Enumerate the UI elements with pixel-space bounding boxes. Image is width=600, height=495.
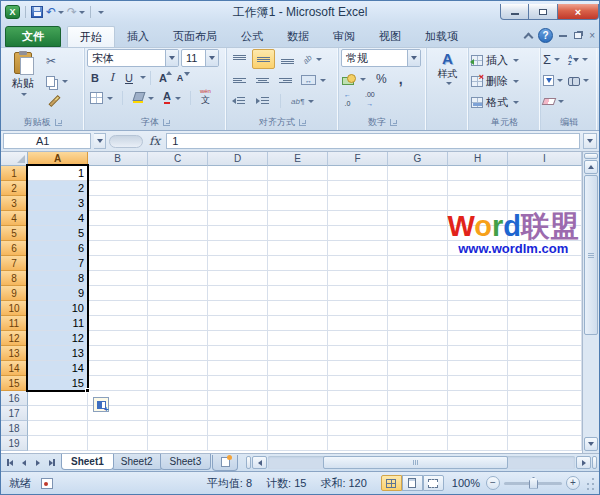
cell-B13[interactable] xyxy=(88,346,148,361)
column-header-A[interactable]: A xyxy=(28,152,88,166)
save-icon[interactable] xyxy=(31,6,43,18)
cell-H12[interactable] xyxy=(448,331,508,346)
cell-D8[interactable] xyxy=(208,271,268,286)
cell-C5[interactable] xyxy=(148,226,208,241)
zoom-slider-thumb[interactable] xyxy=(529,477,538,489)
insert-function-button[interactable]: fx xyxy=(146,134,163,148)
cell-H1[interactable] xyxy=(448,166,508,181)
fill-color-button[interactable] xyxy=(129,88,157,108)
cell-G2[interactable] xyxy=(388,181,448,196)
row-header-17[interactable]: 17 xyxy=(1,406,28,421)
cell-H6[interactable] xyxy=(448,241,508,256)
cell-C17[interactable] xyxy=(148,406,208,421)
cell-F1[interactable] xyxy=(328,166,388,181)
column-header-C[interactable]: C xyxy=(148,152,208,166)
cell-I16[interactable] xyxy=(508,391,582,406)
cell-A8[interactable]: 8 xyxy=(28,271,88,286)
cell-G10[interactable] xyxy=(388,301,448,316)
zoom-in-button[interactable]: + xyxy=(566,476,580,490)
expand-formula-bar-button[interactable] xyxy=(583,133,597,149)
cell-G19[interactable] xyxy=(388,436,448,451)
row-header-6[interactable]: 6 xyxy=(1,241,28,256)
row-header-10[interactable]: 10 xyxy=(1,301,28,316)
cell-F4[interactable] xyxy=(328,211,388,226)
row-header-13[interactable]: 13 xyxy=(1,346,28,361)
wrap-text-button[interactable]: ab¶ xyxy=(288,91,317,111)
cell-H9[interactable] xyxy=(448,286,508,301)
cell-F17[interactable] xyxy=(328,406,388,421)
cell-F8[interactable] xyxy=(328,271,388,286)
cell-C19[interactable] xyxy=(148,436,208,451)
close-button[interactable]: × xyxy=(557,4,599,20)
cell-A19[interactable] xyxy=(28,436,88,451)
cell-B12[interactable] xyxy=(88,331,148,346)
cell-E15[interactable] xyxy=(268,376,328,391)
underline-button[interactable]: U xyxy=(121,69,137,86)
cell-A14[interactable]: 14 xyxy=(28,361,88,376)
cell-C4[interactable] xyxy=(148,211,208,226)
customize-qat-button[interactable] xyxy=(98,11,104,14)
cell-A16[interactable] xyxy=(28,391,88,406)
cell-F7[interactable] xyxy=(328,256,388,271)
cell-G7[interactable] xyxy=(388,256,448,271)
normal-view-button[interactable] xyxy=(381,475,402,491)
row-header-2[interactable]: 2 xyxy=(1,181,28,196)
cell-B4[interactable] xyxy=(88,211,148,226)
fill-button[interactable] xyxy=(543,72,564,89)
bold-button[interactable]: B xyxy=(87,69,103,86)
comma-style-button[interactable]: , xyxy=(396,69,406,89)
cell-B11[interactable] xyxy=(88,316,148,331)
tab-file[interactable]: 文件 xyxy=(5,26,61,47)
cell-D5[interactable] xyxy=(208,226,268,241)
cell-H18[interactable] xyxy=(448,421,508,436)
scroll-down-button[interactable] xyxy=(584,437,598,451)
cell-I2[interactable] xyxy=(508,181,582,196)
cell-E8[interactable] xyxy=(268,271,328,286)
cell-I14[interactable] xyxy=(508,361,582,376)
cell-B9[interactable] xyxy=(88,286,148,301)
cell-E1[interactable] xyxy=(268,166,328,181)
cell-E14[interactable] xyxy=(268,361,328,376)
cell-B8[interactable] xyxy=(88,271,148,286)
cell-I10[interactable] xyxy=(508,301,582,316)
cell-E18[interactable] xyxy=(268,421,328,436)
cell-G1[interactable] xyxy=(388,166,448,181)
cell-D13[interactable] xyxy=(208,346,268,361)
cell-H5[interactable] xyxy=(448,226,508,241)
page-layout-view-button[interactable] xyxy=(402,475,423,491)
align-top-button[interactable] xyxy=(229,49,250,69)
cell-I19[interactable] xyxy=(508,436,582,451)
restore-button[interactable] xyxy=(529,4,557,20)
cell-H11[interactable] xyxy=(448,316,508,331)
cell-D4[interactable] xyxy=(208,211,268,226)
row-header-9[interactable]: 9 xyxy=(1,286,28,301)
cell-C10[interactable] xyxy=(148,301,208,316)
row-header-16[interactable]: 16 xyxy=(1,391,28,406)
cell-F14[interactable] xyxy=(328,361,388,376)
row-header-3[interactable]: 3 xyxy=(1,196,28,211)
cell-F12[interactable] xyxy=(328,331,388,346)
cell-I7[interactable] xyxy=(508,256,582,271)
increase-indent-button[interactable] xyxy=(253,91,273,111)
cell-H2[interactable] xyxy=(448,181,508,196)
cell-I3[interactable] xyxy=(508,196,582,211)
cell-G18[interactable] xyxy=(388,421,448,436)
cell-G6[interactable] xyxy=(388,241,448,256)
cell-D17[interactable] xyxy=(208,406,268,421)
cell-D9[interactable] xyxy=(208,286,268,301)
cell-E4[interactable] xyxy=(268,211,328,226)
scroll-left-button[interactable] xyxy=(252,456,267,469)
cell-D3[interactable] xyxy=(208,196,268,211)
cell-C2[interactable] xyxy=(148,181,208,196)
cell-D11[interactable] xyxy=(208,316,268,331)
percent-style-button[interactable]: % xyxy=(373,69,390,89)
select-all-corner[interactable] xyxy=(1,152,28,166)
cell-C6[interactable] xyxy=(148,241,208,256)
cell-I6[interactable] xyxy=(508,241,582,256)
cell-H15[interactable] xyxy=(448,376,508,391)
cell-I8[interactable] xyxy=(508,271,582,286)
cell-A11[interactable]: 11 xyxy=(28,316,88,331)
cell-C14[interactable] xyxy=(148,361,208,376)
cut-button[interactable]: ✂ xyxy=(43,51,71,71)
row-header-15[interactable]: 15 xyxy=(1,376,28,391)
